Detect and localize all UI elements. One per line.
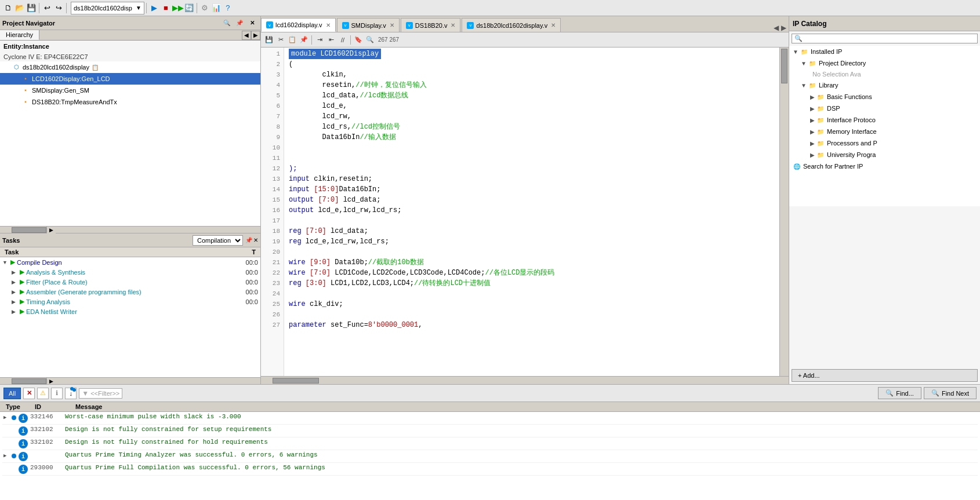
pin-icon[interactable]: 📌	[234, 18, 245, 28]
ip-interface-protocol[interactable]: ▶ 📁 Interface Protoco	[789, 114, 980, 126]
nav-prev-btn[interactable]: ◀	[242, 31, 251, 40]
ip-installed-ip[interactable]: ▼ 📁 Installed IP	[789, 46, 980, 57]
recompile-icon[interactable]: 🔄	[184, 3, 194, 13]
ip-search-partner[interactable]: 🌐 Search for Partner IP	[789, 160, 980, 172]
nav-scrollbar-h[interactable]: ▶	[0, 226, 260, 233]
tasks-scrollbar-h[interactable]: ▶	[0, 377, 260, 384]
tab-nav-arrows: ◀ ▶	[771, 24, 789, 32]
task-assembler[interactable]: ▶ ▶ Assembler (Generate programming file…	[0, 287, 260, 297]
message-row[interactable]: ▶iQuartus Prime Timing Analyzer was succ…	[2, 450, 978, 463]
tasks-header: Tasks Compilation 📌 ✕	[0, 233, 260, 247]
close-tab-ds[interactable]: ✕	[451, 22, 455, 28]
ip-search-input[interactable]	[803, 35, 975, 42]
tab-smdisplay[interactable]: v SMDisplay.v ✕	[337, 18, 400, 32]
tasks-pin-icon[interactable]: 📌	[245, 237, 252, 243]
suppress-filter-icon[interactable]: ↓	[65, 388, 77, 399]
help-icon[interactable]: ?	[223, 3, 233, 13]
compile-all-icon[interactable]: ▶▶	[172, 3, 183, 13]
close-nav-icon[interactable]: ✕	[247, 18, 257, 28]
save-btn[interactable]: 💾	[264, 35, 274, 45]
redo-icon[interactable]: ↪	[53, 3, 64, 13]
cut-btn[interactable]: ✂	[275, 35, 286, 45]
close-tab-main[interactable]: ✕	[551, 22, 556, 28]
tree-item-ds18b20[interactable]: ▪ DS18B20:TmpMeasureAndTx	[0, 96, 260, 108]
ip-university[interactable]: ▶ 📁 University Progra	[789, 149, 980, 160]
code-scrollbar-v[interactable]	[779, 48, 789, 376]
ip-project-directory[interactable]: ▼ 📁 Project Directory	[789, 57, 980, 69]
paste-btn[interactable]: 📌	[299, 35, 309, 45]
error-filter-icon[interactable]: ✕	[23, 388, 35, 399]
undo-icon[interactable]: ↩	[42, 3, 52, 13]
warning-filter-icon[interactable]: ⚠	[37, 388, 49, 399]
compile-icon[interactable]: ▶	[149, 3, 159, 13]
message-row[interactable]: i293000Quartus Prime Full Compilation wa…	[2, 463, 978, 476]
find-next-button[interactable]: 🔍 Find Next	[924, 387, 977, 399]
ip-processors[interactable]: ▶ 📁 Processors and P	[789, 137, 980, 149]
info-filter-icon[interactable]: ℹ	[51, 388, 63, 399]
bookmark-btn[interactable]: 🔖	[353, 35, 364, 45]
task-eda[interactable]: ▶ ▶ EDA Netlist Writer	[0, 306, 260, 316]
dsp-label: DSP	[827, 105, 840, 112]
code-content[interactable]: module LCD1602Display( clkin, resetin,//…	[284, 48, 779, 376]
tab-ds18b20lcd1602[interactable]: v ds18b20lcd1602display.v ✕	[462, 18, 561, 32]
nav-scrollbar-thumb	[12, 227, 46, 233]
tab-hierarchy[interactable]: Hierarchy	[0, 30, 39, 40]
processors-expand: ▶	[810, 140, 815, 147]
tab-next-arrow[interactable]: ▶	[780, 24, 787, 32]
copy-btn[interactable]: 📋	[287, 35, 297, 45]
close-tab-sm[interactable]: ✕	[390, 22, 394, 28]
ip-dsp[interactable]: ▶ 📁 DSP	[789, 103, 980, 114]
rtl-icon[interactable]: ⚙	[199, 3, 210, 13]
code-h-thumb	[273, 378, 319, 384]
netlist-icon[interactable]: 📊	[211, 3, 222, 13]
find-btn-editor[interactable]: 🔍	[365, 35, 375, 45]
tab-prev-arrow[interactable]: ◀	[772, 24, 780, 32]
nav-scroll-right[interactable]: ▶	[46, 227, 56, 233]
task-fitter[interactable]: ▶ ▶ Fitter (Place & Route) 00:0	[0, 277, 260, 287]
project-navigator-header: Project Navigator 🔍 📌 ✕	[0, 16, 260, 30]
ip-search-bar[interactable]: 🔍	[792, 34, 978, 43]
save-icon[interactable]: 💾	[26, 3, 37, 13]
library-label: Library	[819, 82, 839, 89]
tasks-filter-dropdown[interactable]: Compilation	[193, 235, 243, 246]
close-tab-lcd[interactable]: ✕	[326, 22, 331, 28]
msg-expand-icon	[3, 426, 12, 427]
unindent-btn[interactable]: ⇤	[326, 35, 336, 45]
open-icon[interactable]: 📂	[14, 3, 25, 13]
search-nav-icon[interactable]: 🔍	[222, 18, 232, 28]
expand-icon: ▶	[12, 269, 20, 275]
tab-lcd1602display[interactable]: v lcd1602display.v ✕	[261, 18, 336, 32]
indent-btn[interactable]: ⇥	[314, 35, 325, 45]
ip-basic-functions[interactable]: ▶ 📁 Basic Functions	[789, 91, 980, 103]
message-row[interactable]: i332102Design is not fully constrained f…	[2, 425, 978, 437]
code-scrollbar-h[interactable]	[261, 376, 789, 384]
tree-item-top-module[interactable]: ⬡ ds18b20lcd1602display 📋	[0, 61, 260, 73]
basic-functions-label: Basic Functions	[827, 93, 872, 100]
filter-input-bar[interactable]: ▼ <<Filter>>	[79, 388, 122, 399]
comment-btn[interactable]: //	[337, 35, 348, 45]
task-time: 00:0	[229, 269, 258, 276]
task-compile-design[interactable]: ▼ ▶ Compile Design 00:0	[0, 257, 260, 267]
tab-ds18b20[interactable]: v DS18B20.v ✕	[401, 18, 461, 32]
info-circle-icon: ℹ	[56, 389, 58, 397]
all-filter-tab[interactable]: All	[3, 388, 21, 399]
find-button[interactable]: 🔍 Find...	[878, 387, 921, 399]
basic-folder-icon: 📁	[816, 93, 825, 101]
play-icon: ▶	[10, 258, 15, 266]
message-row[interactable]: i332102Design is not fully constrained f…	[2, 437, 978, 450]
basic-expand: ▶	[810, 94, 815, 100]
nav-next-btn[interactable]: ▶	[251, 31, 260, 40]
tasks-scroll-right[interactable]: ▶	[46, 378, 56, 385]
message-row[interactable]: ▶i332146Worst-case minimum pulse width s…	[2, 412, 978, 425]
tree-item-lcd1602[interactable]: ▪ LCD1602Display:Gen_LCD	[0, 73, 260, 85]
ip-add-button[interactable]: + Add...	[792, 369, 978, 382]
ip-memory-interface[interactable]: ▶ 📁 Memory Interface	[789, 126, 980, 137]
ip-library[interactable]: ▼ 📁 Library	[789, 79, 980, 91]
tree-item-smdisplay[interactable]: ▪ SMDisplay:Gen_SM	[0, 85, 260, 96]
task-analysis[interactable]: ▶ ▶ Analysis & Synthesis 00:0	[0, 267, 260, 277]
new-file-icon[interactable]: 🗋	[3, 3, 13, 13]
stop-icon[interactable]: ■	[161, 3, 171, 13]
project-selector[interactable]: ds18b20lcd1602disp ▼	[71, 2, 144, 14]
tasks-close-icon[interactable]: ✕	[253, 237, 258, 243]
task-timing[interactable]: ▶ ▶ Timing Analysis 00:0	[0, 297, 260, 306]
